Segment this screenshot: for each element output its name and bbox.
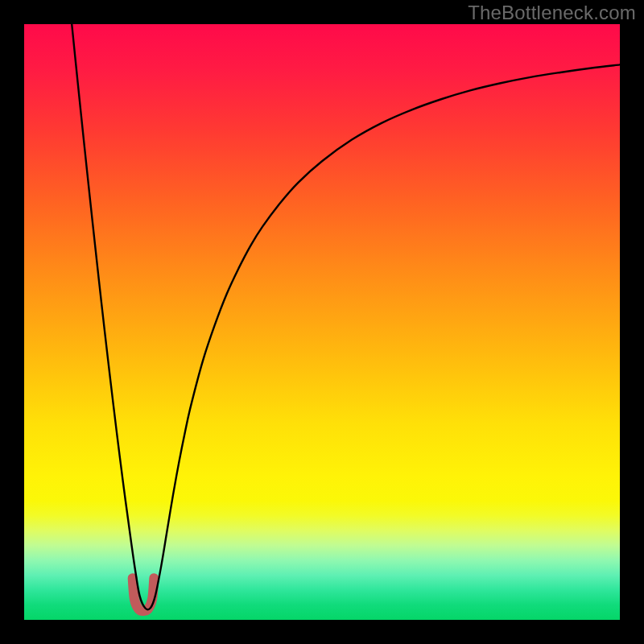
chart-outer-frame: TheBottleneck.com (0, 0, 644, 644)
bottleneck-chart (24, 24, 620, 620)
plot-area (24, 24, 620, 620)
attribution-text: TheBottleneck.com (468, 2, 636, 24)
gradient-background (24, 24, 620, 620)
